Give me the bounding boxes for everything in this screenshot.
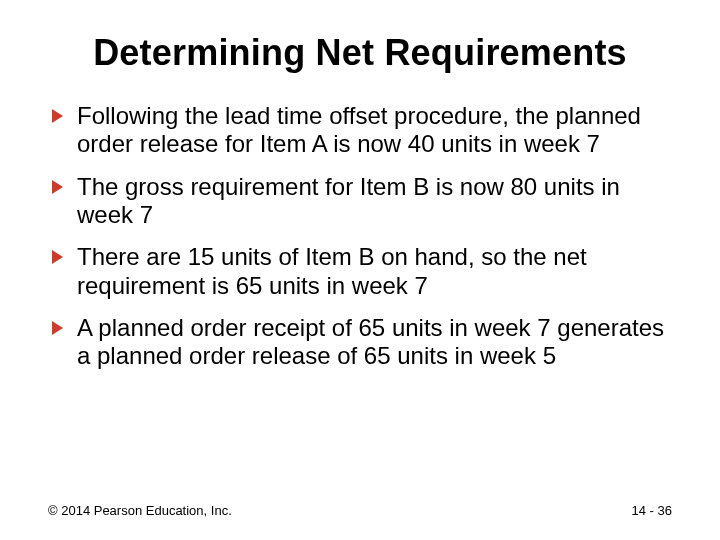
list-item: Following the lead time offset procedure… — [52, 102, 672, 159]
slide-footer: © 2014 Pearson Education, Inc. 14 - 36 — [48, 503, 672, 518]
list-item-text: A planned order receipt of 65 units in w… — [77, 314, 672, 371]
triangle-bullet-icon — [52, 321, 63, 335]
copyright-text: © 2014 Pearson Education, Inc. — [48, 503, 232, 518]
list-item: A planned order receipt of 65 units in w… — [52, 314, 672, 371]
triangle-bullet-icon — [52, 109, 63, 123]
list-item: There are 15 units of Item B on hand, so… — [52, 243, 672, 300]
list-item-text: There are 15 units of Item B on hand, so… — [77, 243, 672, 300]
list-item: The gross requirement for Item B is now … — [52, 173, 672, 230]
triangle-bullet-icon — [52, 180, 63, 194]
slide: Determining Net Requirements Following t… — [0, 0, 720, 540]
list-item-text: The gross requirement for Item B is now … — [77, 173, 672, 230]
slide-title: Determining Net Requirements — [48, 32, 672, 74]
bullet-list: Following the lead time offset procedure… — [48, 102, 672, 371]
triangle-bullet-icon — [52, 250, 63, 264]
list-item-text: Following the lead time offset procedure… — [77, 102, 672, 159]
page-number: 14 - 36 — [632, 503, 672, 518]
